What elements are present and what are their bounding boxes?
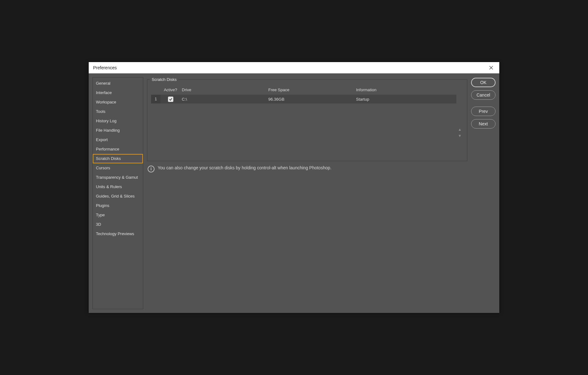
sidebar-item-workspace[interactable]: Workspace [93,98,143,107]
hint-row: i You can also change your scratch disks… [148,165,467,172]
dialog-body: General Interface Workspace Tools Histor… [89,73,499,313]
move-down-icon[interactable]: ▼ [458,134,462,138]
preferences-dialog: Preferences General Interface Workspace … [89,62,499,313]
sidebar: General Interface Workspace Tools Histor… [92,77,143,309]
sidebar-item-performance[interactable]: Performance [93,145,143,154]
sidebar-item-tools[interactable]: Tools [93,107,143,116]
header-information: Information [356,87,456,92]
sidebar-item-file-handling[interactable]: File Handling [93,126,143,135]
ok-button[interactable]: OK [471,78,496,87]
table-header: Active? Drive Free Space Information [151,86,456,95]
sidebar-item-type[interactable]: Type [93,210,143,220]
sidebar-item-interface[interactable]: Interface [93,88,143,98]
window-title: Preferences [93,65,117,70]
info-icon: i [148,166,155,172]
active-checkbox[interactable] [168,97,173,102]
header-drive: Drive [181,87,268,92]
sidebar-item-export[interactable]: Export [93,135,143,145]
row-number: 1 [151,95,160,103]
table-row[interactable]: 1 C:\ 96.36GB Startup [151,95,456,103]
hint-text: You can also change your scratch disks b… [158,165,331,171]
sidebar-item-units-rulers[interactable]: Units & Rulers [93,182,143,192]
reorder-controls: ▲ ▼ [456,117,463,148]
header-active: Active? [160,87,181,92]
sidebar-item-general[interactable]: General [93,79,143,88]
cancel-button[interactable]: Cancel [471,90,496,100]
sidebar-item-plugins[interactable]: Plugins [93,201,143,210]
sidebar-item-cursors[interactable]: Cursors [93,163,143,173]
sidebar-item-guides-grid-slices[interactable]: Guides, Grid & Slices [93,192,143,201]
section-title: Scratch Disks [150,77,178,82]
scratch-disks-section: Scratch Disks Active? Drive Free Space I… [147,77,467,161]
sidebar-item-scratch-disks[interactable]: Scratch Disks [93,154,143,163]
sidebar-item-3d[interactable]: 3D [93,220,143,229]
sidebar-item-transparency-gamut[interactable]: Transparency & Gamut [93,173,143,182]
main-area: Scratch Disks Active? Drive Free Space I… [147,77,496,309]
prev-button[interactable]: Prev [471,107,496,116]
scratch-disk-table: Active? Drive Free Space Information 1 [151,86,463,148]
next-button[interactable]: Next [471,119,496,129]
row-free-space: 96.36GB [268,97,356,102]
close-icon[interactable] [487,64,495,71]
row-drive: C:\ [181,97,268,102]
content-pane: Scratch Disks Active? Drive Free Space I… [147,77,467,309]
sidebar-item-technology-previews[interactable]: Technology Previews [93,229,143,239]
move-up-icon[interactable]: ▲ [458,127,462,132]
button-column: OK Cancel Prev Next [471,77,496,309]
titlebar: Preferences [89,62,499,73]
header-free-space: Free Space [268,87,356,92]
sidebar-item-history-log[interactable]: History Log [93,116,143,126]
row-information: Startup [356,97,456,102]
